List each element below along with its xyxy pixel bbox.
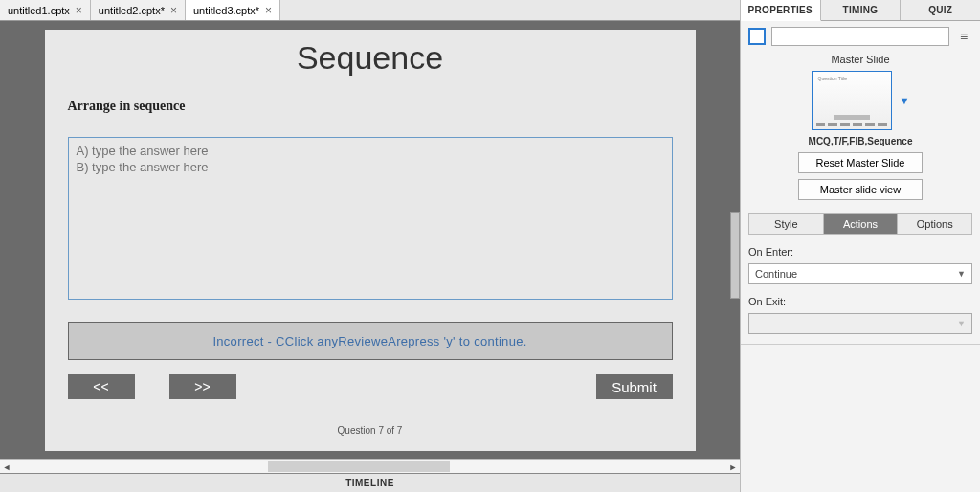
next-button[interactable]: >> bbox=[169, 374, 236, 399]
tab-untitled3[interactable]: untitled3.cptx* × bbox=[186, 0, 280, 20]
tab-untitled2[interactable]: untitled2.cptx* × bbox=[91, 0, 186, 20]
subtab-options[interactable]: Options bbox=[898, 214, 971, 234]
scrollbar-thumb[interactable] bbox=[268, 461, 450, 472]
tab-label: untitled3.cptx* bbox=[193, 5, 259, 16]
properties-panel: PROPERTIES TIMING QUIZ ≡ Master Slide Qu… bbox=[741, 0, 980, 492]
close-icon[interactable]: × bbox=[170, 4, 177, 17]
tab-label: untitled2.cptx* bbox=[99, 5, 165, 16]
chevron-down-icon[interactable]: ▼ bbox=[900, 95, 910, 106]
master-slide-label: Master Slide bbox=[748, 54, 972, 65]
slide-title[interactable]: Sequence bbox=[45, 30, 696, 77]
on-exit-dropdown: ▼ bbox=[748, 313, 972, 334]
tab-properties[interactable]: PROPERTIES bbox=[741, 0, 821, 21]
answer-area[interactable]: A) type the answer here B) type the answ… bbox=[68, 137, 673, 300]
object-name-input[interactable] bbox=[771, 27, 949, 46]
timeline-panel-header[interactable]: TIMELINE bbox=[0, 473, 740, 492]
scroll-right-icon[interactable]: ► bbox=[726, 460, 740, 473]
review-area[interactable]: Incorrect - CClick anyRevieweArepress 'y… bbox=[68, 322, 673, 360]
tab-label: untitled1.cptx bbox=[8, 5, 70, 16]
close-icon[interactable]: × bbox=[76, 4, 82, 17]
master-slide-view-button[interactable]: Master slide view bbox=[798, 179, 923, 200]
reset-master-slide-button[interactable]: Reset Master Slide bbox=[798, 152, 923, 173]
scroll-left-icon[interactable]: ◄ bbox=[0, 460, 13, 473]
master-slide-thumbnail[interactable]: Question Title bbox=[812, 71, 892, 130]
submit-button[interactable]: Submit bbox=[596, 374, 673, 399]
chevron-down-icon: ▼ bbox=[957, 319, 966, 328]
list-view-icon[interactable]: ≡ bbox=[955, 29, 972, 44]
slide-question[interactable]: Arrange in sequence bbox=[68, 99, 186, 114]
prev-button[interactable]: << bbox=[68, 374, 135, 399]
tab-timing[interactable]: TIMING bbox=[821, 0, 902, 20]
question-counter: Question 7 of 7 bbox=[45, 425, 696, 436]
chevron-down-icon: ▼ bbox=[957, 269, 966, 279]
answer-option-b[interactable]: B) type the answer here bbox=[77, 160, 664, 174]
vertical-scrollbar[interactable] bbox=[730, 212, 740, 299]
subtab-actions[interactable]: Actions bbox=[824, 214, 899, 234]
tab-quiz[interactable]: QUIZ bbox=[901, 0, 980, 20]
master-slide-caption: MCQ,T/F,FIB,Sequence bbox=[748, 136, 972, 146]
on-exit-label: On Exit: bbox=[748, 296, 972, 307]
close-icon[interactable]: × bbox=[265, 4, 272, 17]
tab-untitled1[interactable]: untitled1.cptx × bbox=[0, 0, 91, 20]
answer-option-a[interactable]: A) type the answer here bbox=[77, 144, 664, 158]
divider bbox=[741, 344, 980, 345]
slide-canvas[interactable]: Sequence Arrange in sequence A) type the… bbox=[45, 30, 696, 451]
object-type-icon bbox=[748, 28, 766, 45]
on-enter-value: Continue bbox=[755, 268, 797, 280]
document-tabs: untitled1.cptx × untitled2.cptx* × untit… bbox=[0, 0, 740, 21]
subtab-style[interactable]: Style bbox=[749, 214, 824, 234]
stage[interactable]: Sequence Arrange in sequence A) type the… bbox=[0, 21, 740, 459]
on-enter-dropdown[interactable]: Continue ▼ bbox=[748, 263, 972, 284]
review-text: Incorrect - CClick anyRevieweArepress 'y… bbox=[212, 334, 526, 348]
on-enter-label: On Enter: bbox=[748, 246, 972, 257]
horizontal-scrollbar[interactable]: ◄ ► bbox=[0, 459, 740, 473]
